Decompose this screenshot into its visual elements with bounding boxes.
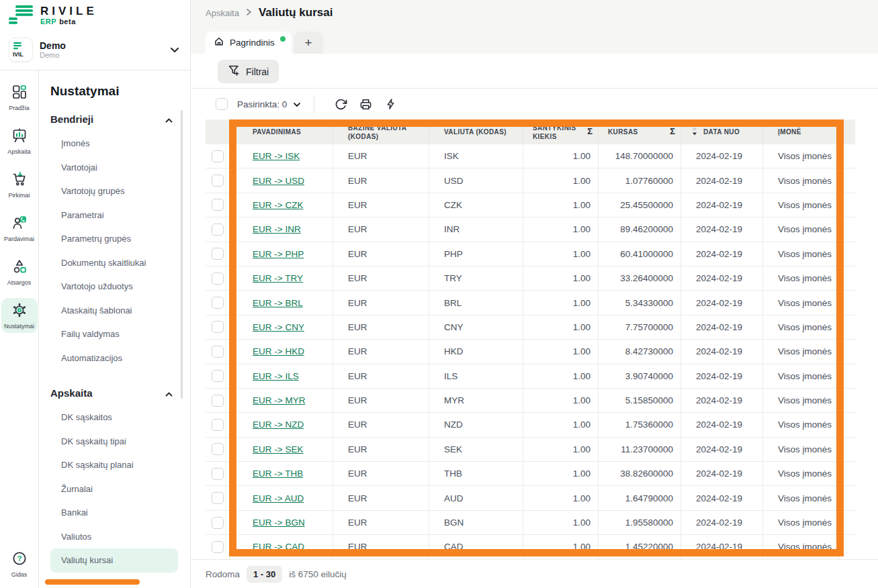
filters-button[interactable]: Filtrai: [218, 60, 279, 83]
sidebar-item[interactable]: DK sąskaitos: [50, 405, 178, 430]
sidebar-item[interactable]: Vartotojai: [50, 156, 178, 180]
row-checkbox[interactable]: [212, 346, 224, 358]
currency-pair-link[interactable]: EUR -> BGN: [253, 518, 305, 528]
sidebar-item[interactable]: Įmonės: [50, 132, 178, 156]
currency-pair-link[interactable]: EUR -> SEK: [253, 444, 303, 454]
company-selector[interactable]: IVIL Demo Demo: [0, 34, 190, 70]
row-checkbox[interactable]: [212, 199, 224, 211]
company-name: Demo: [40, 40, 66, 51]
section-header-bendrieji[interactable]: Bendrieji: [50, 113, 190, 125]
currency-pair-link[interactable]: EUR -> BRL: [253, 298, 303, 308]
currency-pair-link[interactable]: EUR -> MYR: [253, 395, 305, 405]
filters-label: Filtrai: [246, 66, 269, 77]
header-santykinis-kiekis[interactable]: SANTYKINIS KIEKIS Σ: [523, 119, 599, 144]
row-checkbox[interactable]: [212, 273, 224, 285]
pagination-range-badge[interactable]: 1 - 30: [247, 566, 282, 583]
selection-chevron-down-icon[interactable]: [293, 98, 301, 110]
header-data-nuo[interactable]: DATA NUO: [681, 119, 763, 144]
currency-pair-link[interactable]: EUR -> USD: [253, 176, 304, 186]
tab-pagrindinis[interactable]: Pagrindinis: [206, 32, 292, 54]
unsaved-dot-indicator: [280, 36, 286, 42]
cell-base-currency: EUR: [333, 168, 429, 192]
currency-pair-link[interactable]: EUR -> ISK: [253, 151, 300, 161]
header-imone[interactable]: ĮMONĖ: [763, 119, 840, 144]
rail-item-pirkimai[interactable]: Pirkimai: [1, 167, 38, 202]
breadcrumb-parent[interactable]: Apskaita: [206, 8, 239, 18]
rail-item-nustatymai[interactable]: Nustatymai: [1, 298, 38, 333]
add-tab-button[interactable]: +: [294, 32, 323, 54]
cell-relative-quantity: 1.00: [523, 266, 599, 290]
currency-pair-link[interactable]: EUR -> PHP: [253, 249, 304, 259]
refresh-button[interactable]: [328, 93, 353, 115]
sidebar-item[interactable]: Parametrai: [50, 203, 178, 228]
sigma-icon[interactable]: Σ: [587, 126, 592, 138]
header-bazine-valiuta[interactable]: BAZINĖ VALIUTA (KODAS): [333, 119, 429, 144]
sidebar-item[interactable]: Žurnalai: [50, 477, 178, 501]
currency-pair-link[interactable]: EUR -> INR: [253, 224, 301, 234]
row-checkbox[interactable]: [212, 468, 224, 480]
rail-item-apskaita[interactable]: Apskaita: [1, 124, 38, 158]
sidebar-item[interactable]: Valiutų kursai: [50, 548, 178, 573]
cell-company: Visos įmonės: [763, 242, 840, 266]
currency-pair-link[interactable]: EUR -> THB: [253, 469, 303, 479]
sidebar-item[interactable]: Parametrų grupės: [50, 227, 178, 251]
lightning-button[interactable]: [378, 93, 403, 115]
row-checkbox[interactable]: [212, 370, 224, 382]
menu-scrollbar[interactable]: [181, 110, 183, 399]
select-all-checkbox[interactable]: [216, 98, 228, 110]
row-checkbox[interactable]: [212, 248, 224, 260]
sidebar-item[interactable]: Vartotojų grupės: [50, 179, 178, 203]
rail-item-pardavimai[interactable]: Pardavimai: [1, 211, 38, 246]
cell-base-currency: EUR: [333, 535, 429, 558]
table-row: EUR -> ISK EUR ISK 1.00 148.70000000 202…: [206, 144, 855, 168]
row-checkbox[interactable]: [212, 541, 224, 553]
row-checkbox[interactable]: [212, 175, 224, 187]
row-checkbox[interactable]: [212, 224, 224, 236]
row-checkbox[interactable]: [212, 492, 224, 504]
sidebar-item[interactable]: Dokumentų skaitliukai: [50, 251, 178, 275]
sidebar-item[interactable]: Valiutos: [50, 525, 178, 549]
filter-icon: [228, 64, 240, 79]
row-checkbox[interactable]: [212, 517, 224, 529]
rail-label: Gidas: [11, 571, 28, 578]
header-pavadinimas[interactable]: PAVADINIMAS: [230, 119, 333, 144]
printer-button[interactable]: [353, 93, 378, 115]
sidebar-item-label: Vartotojo užduotys: [61, 281, 133, 291]
sidebar-item[interactable]: Ataskaitų šablonai: [50, 299, 178, 323]
header-valiuta-kodas[interactable]: VALIUTA (KODAS): [429, 119, 523, 144]
row-checkbox[interactable]: [212, 297, 224, 309]
sidebar-item[interactable]: Bankai: [50, 501, 178, 525]
row-checkbox[interactable]: [212, 419, 224, 431]
sidebar-item[interactable]: Automatizacijos: [50, 346, 178, 371]
row-checkbox[interactable]: [212, 443, 224, 455]
cell-base-currency: EUR: [333, 389, 429, 412]
row-checkbox[interactable]: [212, 150, 224, 162]
sigma-icon[interactable]: Σ: [670, 126, 675, 138]
currency-pair-link[interactable]: EUR -> AUD: [253, 493, 304, 503]
row-checkbox[interactable]: [212, 321, 224, 333]
currency-pair-link[interactable]: EUR -> CAD: [253, 542, 304, 552]
section-header-apskaita[interactable]: Apskaita: [50, 387, 190, 399]
currency-pair-link[interactable]: EUR -> TRY: [253, 273, 303, 283]
row-checkbox[interactable]: [212, 395, 224, 407]
currency-pair-link[interactable]: EUR -> NZD: [253, 420, 304, 430]
sidebar-item[interactable]: DK sąskaitų planai: [50, 453, 178, 477]
currency-pair-link[interactable]: EUR -> ILS: [253, 371, 299, 381]
main-content: Apskaita Valiutų kursai Pagrindinis +: [191, 0, 878, 588]
rail-item-pradzia[interactable]: Pradžia: [1, 80, 38, 115]
header-kursas[interactable]: KURSAS Σ: [599, 119, 681, 144]
header-label: BAZINĖ VALIUTA (KODAS): [348, 124, 423, 141]
currency-pair-link[interactable]: EUR -> CNY: [253, 322, 304, 332]
currency-pair-link[interactable]: EUR -> CZK: [253, 200, 303, 210]
sidebar-item[interactable]: DK sąskaitų tipai: [50, 430, 178, 454]
cell-relative-quantity: 1.00: [523, 364, 599, 388]
cell-name: EUR -> ILS: [230, 364, 333, 388]
sidebar-item[interactable]: Vartotojo užduotys: [50, 275, 178, 299]
table-row: EUR -> MYR EUR MYR 1.00 5.15850000 2024-…: [206, 389, 855, 413]
currency-pair-link[interactable]: EUR -> HKD: [253, 346, 304, 356]
cell-relative-quantity: 1.00: [523, 486, 599, 509]
sort-descending-icon[interactable]: [692, 127, 697, 138]
rail-item-atsargos[interactable]: Atsargos: [1, 254, 38, 289]
rail-item-gidas[interactable]: ? Gidas: [1, 546, 38, 581]
sidebar-item[interactable]: Failų valdymas: [50, 322, 178, 346]
